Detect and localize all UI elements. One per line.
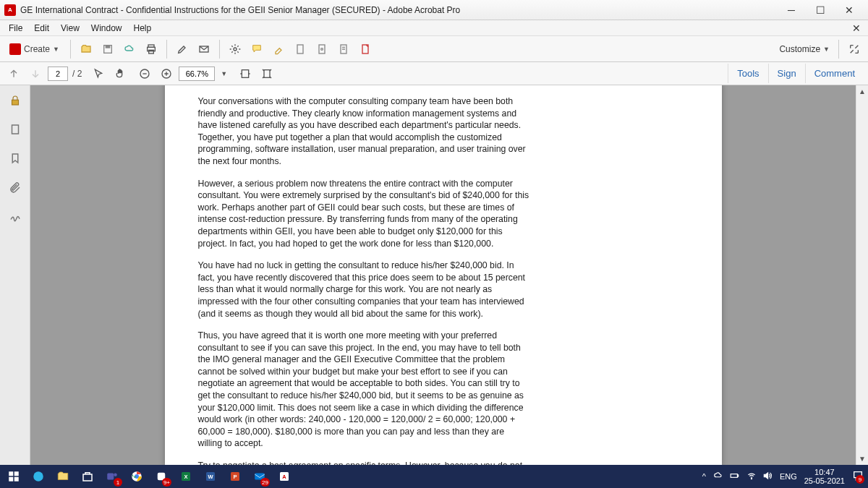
time-label: 10:47 bbox=[804, 468, 845, 476]
bookmark-icon[interactable] bbox=[6, 149, 25, 168]
save-button[interactable] bbox=[98, 40, 117, 58]
excel-icon[interactable]: X bbox=[176, 467, 195, 486]
explorer-icon[interactable] bbox=[54, 467, 72, 486]
hand-tool-button[interactable] bbox=[111, 65, 129, 82]
volume-icon[interactable] bbox=[762, 471, 773, 482]
expand-button[interactable] bbox=[845, 40, 864, 58]
svg-point-22 bbox=[33, 471, 43, 481]
menu-edit[interactable]: Edit bbox=[28, 22, 55, 35]
start-button[interactable] bbox=[4, 467, 23, 486]
fit-page-button[interactable] bbox=[258, 65, 276, 82]
svg-rect-38 bbox=[731, 474, 737, 478]
language-indicator[interactable]: ENG bbox=[780, 472, 797, 481]
page-number-input[interactable] bbox=[48, 67, 68, 81]
zoom-input[interactable] bbox=[179, 67, 215, 81]
teams-icon[interactable]: 1 bbox=[103, 467, 122, 486]
paragraph: Thus, you have agreed that it is worth o… bbox=[198, 330, 531, 450]
svg-rect-16 bbox=[12, 100, 18, 105]
close-document-button[interactable]: ✕ bbox=[848, 21, 865, 35]
badge: 1 bbox=[114, 478, 122, 487]
customize-label: Customize bbox=[779, 44, 820, 54]
highlight-button[interactable] bbox=[269, 40, 288, 58]
menu-window[interactable]: Window bbox=[85, 22, 128, 35]
attachment-icon[interactable] bbox=[6, 178, 25, 197]
onedrive-icon[interactable] bbox=[713, 471, 723, 482]
doc-tool-1[interactable] bbox=[291, 40, 310, 58]
zoom-out-button[interactable] bbox=[135, 65, 154, 82]
edit-button[interactable] bbox=[173, 40, 192, 58]
tab-sign[interactable]: Sign bbox=[768, 64, 805, 83]
clock[interactable]: 10:47 25-05-2021 bbox=[804, 468, 845, 485]
chrome-icon[interactable] bbox=[127, 467, 146, 486]
svg-rect-24 bbox=[107, 474, 114, 480]
cloud-button[interactable] bbox=[120, 40, 139, 58]
zoom-dropdown-icon[interactable]: ▼ bbox=[218, 70, 230, 77]
store-icon[interactable] bbox=[78, 467, 97, 486]
svg-point-40 bbox=[751, 479, 752, 479]
scroll-down-icon[interactable]: ▼ bbox=[856, 453, 868, 465]
page-up-button[interactable] bbox=[4, 65, 23, 82]
fit-width-button[interactable] bbox=[236, 65, 255, 82]
settings-button[interactable] bbox=[226, 40, 244, 58]
action-center-icon[interactable]: 9 bbox=[852, 470, 864, 483]
workspace: Your conversations with the computer con… bbox=[0, 85, 868, 465]
app-icon[interactable]: 9+ bbox=[152, 467, 171, 486]
menu-file[interactable]: File bbox=[3, 22, 28, 35]
paragraph: However, a serious problem now threatens… bbox=[198, 178, 531, 250]
document-viewport[interactable]: Your conversations with the computer con… bbox=[30, 85, 856, 465]
scroll-up-icon[interactable]: ▲ bbox=[856, 85, 868, 98]
mail-icon[interactable]: 29 bbox=[250, 467, 269, 486]
svg-rect-8 bbox=[319, 45, 325, 53]
edge-icon[interactable] bbox=[29, 467, 48, 486]
acrobat-icon[interactable]: A bbox=[275, 467, 294, 486]
close-button[interactable]: ✕ bbox=[835, 2, 864, 18]
create-label: Create bbox=[24, 44, 50, 54]
svg-rect-14 bbox=[242, 69, 249, 77]
svg-rect-23 bbox=[83, 474, 92, 481]
badge: 9 bbox=[856, 475, 864, 484]
tab-comment[interactable]: Comment bbox=[805, 64, 864, 83]
open-button[interactable] bbox=[77, 40, 95, 58]
comment-bubble-button[interactable] bbox=[247, 40, 266, 58]
maximize-button[interactable]: ☐ bbox=[806, 2, 835, 18]
toolbar-primary: Create ▼ Customize ▼ bbox=[0, 36, 868, 62]
vertical-scrollbar[interactable]: ▲ ▼ bbox=[856, 85, 868, 465]
word-icon[interactable]: W bbox=[201, 467, 220, 486]
form-tool-button[interactable] bbox=[356, 40, 375, 58]
wifi-icon[interactable] bbox=[746, 471, 757, 482]
svg-point-6 bbox=[234, 48, 237, 51]
zoom-in-button[interactable] bbox=[157, 65, 176, 82]
svg-text:W: W bbox=[208, 474, 213, 480]
email-button[interactable] bbox=[195, 40, 213, 58]
doc-tool-3[interactable] bbox=[334, 40, 353, 58]
lock-icon[interactable] bbox=[6, 91, 25, 110]
svg-point-9 bbox=[321, 48, 323, 50]
right-panel-tabs: Tools Sign Comment bbox=[728, 64, 864, 83]
page-total-label: / 2 bbox=[71, 69, 83, 79]
menu-view[interactable]: View bbox=[55, 22, 85, 35]
chevron-down-icon: ▼ bbox=[53, 46, 59, 53]
battery-icon[interactable] bbox=[729, 471, 741, 482]
svg-rect-20 bbox=[9, 477, 13, 481]
print-button[interactable] bbox=[142, 40, 161, 58]
create-button[interactable]: Create ▼ bbox=[4, 40, 64, 58]
page-down-button[interactable] bbox=[26, 65, 45, 82]
powerpoint-icon[interactable]: P bbox=[226, 467, 244, 486]
svg-rect-17 bbox=[12, 125, 18, 134]
svg-rect-7 bbox=[297, 45, 303, 53]
window-controls: ─ ☐ ✕ bbox=[777, 2, 864, 18]
paragraph: Your conversations with the computer con… bbox=[198, 95, 531, 168]
select-tool-button[interactable] bbox=[89, 65, 108, 82]
menu-help[interactable]: Help bbox=[128, 22, 158, 35]
svg-rect-1 bbox=[106, 45, 109, 47]
date-label: 25-05-2021 bbox=[804, 476, 845, 485]
svg-text:P: P bbox=[233, 474, 237, 480]
thumbnails-icon[interactable] bbox=[6, 120, 25, 139]
tab-tools[interactable]: Tools bbox=[728, 64, 767, 83]
doc-tool-2[interactable] bbox=[312, 40, 331, 58]
signature-icon[interactable] bbox=[6, 207, 25, 226]
tray-expand-icon[interactable]: ^ bbox=[702, 472, 706, 481]
customize-button[interactable]: Customize ▼ bbox=[776, 44, 833, 54]
svg-rect-18 bbox=[9, 471, 13, 476]
minimize-button[interactable]: ─ bbox=[777, 2, 806, 18]
